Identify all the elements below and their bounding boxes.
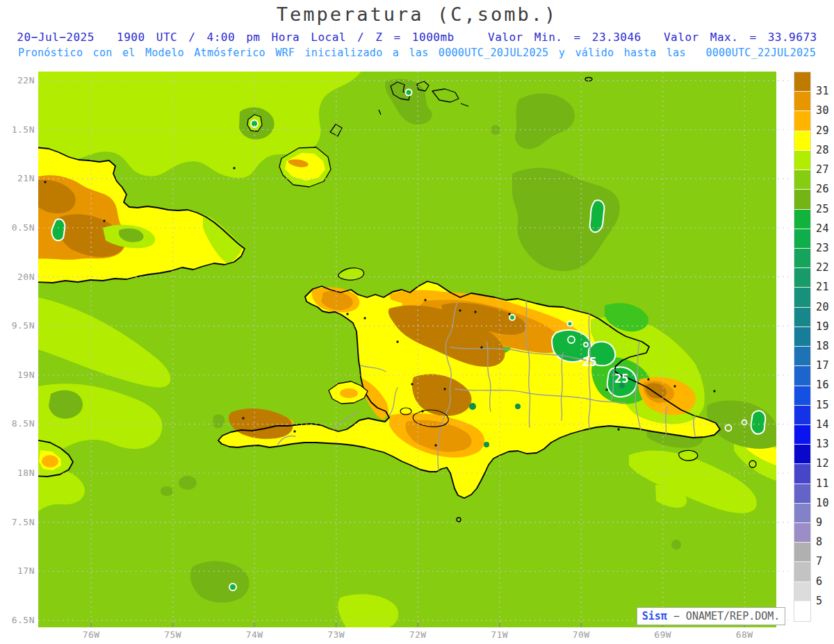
- lon-label: 73W: [316, 629, 357, 640]
- colorbar-segment: [794, 190, 810, 209]
- lat-label: 0.5N: [1, 222, 35, 233]
- colorbar-segment: [794, 523, 810, 543]
- colorbar-segment: [794, 72, 810, 92]
- watermark-org-text: − ONAMET/REP.DOM.: [673, 610, 780, 622]
- colorbar-segment: [794, 131, 810, 151]
- lat-label: 1.5N: [1, 124, 35, 135]
- colorbar-segment: [794, 464, 810, 484]
- colorbar-segment: [794, 268, 810, 288]
- colorbar-segment: [794, 111, 810, 131]
- colorbar-label: 29: [816, 124, 834, 137]
- colorbar-segment: [794, 366, 810, 386]
- lat-label: 20N: [1, 272, 35, 282]
- lat-label: 22N: [1, 75, 35, 85]
- colorbar-segment: [794, 484, 810, 504]
- colorbar-label: 20: [816, 301, 834, 313]
- lat-label: 9.5N: [1, 320, 35, 331]
- colorbar-segment: [794, 425, 810, 445]
- colorbar-label: 13: [816, 438, 834, 450]
- colorbar-label: 30: [816, 104, 834, 117]
- colorbar-label: 5: [816, 595, 834, 607]
- colorbar-label: 8: [816, 536, 834, 548]
- lon-label: 72W: [397, 629, 439, 640]
- lat-label: 6.5N: [1, 615, 35, 625]
- colorbar-segment: [794, 406, 810, 425]
- colorbar-label: 31: [816, 85, 834, 97]
- colorbar-label: 28: [816, 144, 834, 156]
- colorbar-segment: [794, 249, 810, 268]
- colorbar-segment: [794, 92, 810, 111]
- weather-map-page: Temperatura (C,somb.) 20−Jul−2025 1900 U…: [0, 0, 834, 644]
- colorbar-segment: [794, 151, 810, 170]
- colorbar-segment: [794, 327, 810, 347]
- colorbar-segment: [794, 386, 810, 406]
- lon-label: 76W: [70, 629, 112, 640]
- contour-label-25-a: 25: [582, 355, 596, 369]
- lon-label: 71W: [479, 629, 521, 640]
- watermark: Sisπ − ONAMET/REP.DOM.: [637, 607, 785, 625]
- colorbar-segment: [794, 504, 810, 523]
- colorbar: [794, 72, 811, 622]
- colorbar-label: 27: [816, 163, 834, 176]
- colorbar-label: 17: [816, 359, 834, 372]
- colorbar-label: 10: [816, 497, 834, 509]
- lat-label: 18N: [1, 468, 35, 478]
- colorbar-label: 21: [816, 281, 834, 293]
- colorbar-segment: [794, 210, 810, 229]
- colorbar-label: 7: [816, 555, 834, 568]
- colorbar-label: 24: [816, 222, 834, 235]
- lon-label: 75W: [152, 629, 194, 640]
- colorbar-segment: [794, 308, 810, 327]
- watermark-brand: Sisπ: [642, 610, 667, 622]
- colorbar-label: 11: [816, 477, 834, 490]
- lat-label: 19N: [1, 370, 35, 380]
- colorbar-label: 14: [816, 418, 834, 431]
- colorbar-label: 25: [816, 203, 834, 215]
- colorbar-segment: [794, 288, 810, 307]
- lon-label: 68W: [723, 629, 765, 640]
- colorbar-label: 19: [816, 320, 834, 333]
- colorbar-segment: [794, 582, 810, 602]
- colorbar-label: 15: [816, 399, 834, 411]
- colorbar-label: 6: [816, 575, 834, 588]
- colorbar-segment: [794, 543, 810, 562]
- lon-label: 70W: [560, 629, 602, 640]
- colorbar-label: 22: [816, 261, 834, 274]
- colorbar-label: 16: [816, 379, 834, 391]
- lat-label: 8.5N: [1, 418, 35, 429]
- temperature-map: 25 25: [0, 0, 834, 644]
- colorbar-label: 12: [816, 457, 834, 470]
- colorbar-label: 23: [816, 242, 834, 254]
- colorbar-label: 18: [816, 340, 834, 352]
- lat-label: 7.5N: [1, 517, 35, 527]
- colorbar-label: 26: [816, 183, 834, 195]
- colorbar-segment: [794, 347, 810, 366]
- contour-label-25-b: 25: [614, 372, 628, 386]
- colorbar-segment: [794, 445, 810, 464]
- colorbar-label: 9: [816, 516, 834, 529]
- lat-label: 21N: [1, 173, 35, 183]
- lon-label: 69W: [642, 629, 684, 640]
- watermark-org: [667, 610, 673, 622]
- colorbar-segment: [794, 229, 810, 249]
- lon-label: 74W: [234, 629, 275, 640]
- colorbar-segment: [794, 562, 810, 581]
- colorbar-segment: [794, 170, 810, 190]
- lat-label: 17N: [1, 565, 35, 576]
- colorbar-segment: [794, 602, 810, 621]
